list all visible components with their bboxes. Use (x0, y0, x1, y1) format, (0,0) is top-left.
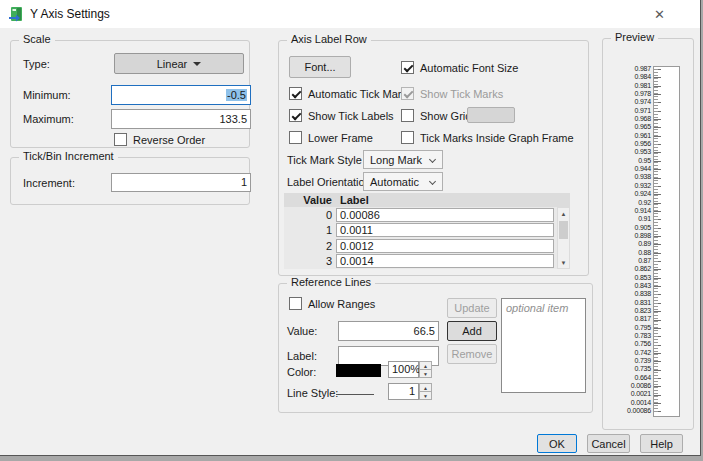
table-header-value: Value (284, 193, 336, 207)
lower-frame-label: Lower Frame (308, 132, 373, 144)
lower-frame-checkbox[interactable]: Lower Frame (289, 131, 373, 144)
minimum-label: Minimum: (23, 89, 71, 101)
show-tick-labels-label: Show Tick Labels (308, 110, 394, 122)
preview-tick-label: 0.968 (605, 115, 651, 123)
preview-tick-label: 0.739 (605, 357, 651, 365)
allow-ranges-checkbox[interactable]: Allow Ranges (289, 297, 375, 310)
table-body: 0 0.00086 1 0.0011 2 0.0012 3 (284, 207, 570, 269)
dialog-y-axis-settings: Y Axis Settings ✕ Scale Type: Linear Min… (0, 0, 701, 456)
show-grid-checkbox[interactable]: Show Grid (401, 109, 471, 122)
spin-down-icon[interactable]: ▼ (419, 369, 432, 378)
preview-tick-label: 0.978 (605, 90, 651, 98)
grid-style-button[interactable] (467, 107, 515, 123)
preview-tick-label: 0.795 (605, 324, 651, 332)
remove-button[interactable]: Remove (447, 344, 497, 364)
preview-tick-label: 0.843 (605, 282, 651, 290)
maximum-field[interactable]: 133.5 (111, 109, 251, 129)
ref-value-label: Value: (287, 325, 317, 337)
table-header-label: Label (336, 193, 369, 207)
tick-bin-group: Tick/Bin Increment Increment: 1 (10, 157, 250, 205)
scroll-up-icon[interactable]: ▲ (558, 208, 569, 219)
color-swatch[interactable] (336, 364, 381, 377)
checkbox-box (401, 87, 414, 100)
preview-tick-label: 0.87 (605, 257, 651, 265)
preview-tick-label: 0.981 (605, 82, 651, 90)
label-orientation-combo[interactable]: Automatic (363, 172, 443, 191)
table-scrollbar[interactable]: ▲ ▼ (557, 207, 570, 269)
checkbox-box (401, 131, 414, 144)
preview-tick-label: 0.987 (605, 65, 651, 73)
preview-axis-box (653, 66, 680, 417)
title-bar: Y Axis Settings ✕ (0, 0, 700, 28)
reference-lines-group: Reference Lines Allow Ranges Value: 66.5… (278, 283, 593, 413)
table-cell-label-input[interactable]: 0.0012 (336, 239, 554, 253)
preview-tick-label: 0.944 (605, 165, 651, 173)
preview-tick-label: 0.88 (605, 249, 651, 257)
automatic-tick-marks-checkbox[interactable]: Automatic Tick Marks (289, 87, 413, 100)
preview-tick-label: 0.898 (605, 232, 651, 240)
line-style-label: Line Style: (287, 387, 338, 399)
preview-tick-label: 0.823 (605, 307, 651, 315)
checkbox-box (401, 61, 414, 74)
close-icon[interactable]: ✕ (637, 0, 682, 28)
preview-group: Preview 0.987 0.984 0.981 0.978 0.974 0.… (602, 38, 694, 430)
tick-mark-style-combo[interactable]: Long Mark (363, 150, 443, 169)
show-tick-labels-checkbox[interactable]: Show Tick Labels (289, 109, 394, 122)
automatic-tick-marks-label: Automatic Tick Marks (308, 88, 413, 100)
font-button[interactable]: Font... (289, 56, 351, 78)
preview-tick-label: 0.953 (605, 148, 651, 156)
reference-lines-list[interactable]: optional item (501, 298, 586, 393)
preview-tick-label: 0.853 (605, 274, 651, 282)
ref-label-label: Label: (287, 350, 317, 362)
minimum-field[interactable]: -0.5 (111, 85, 251, 105)
preview-tick-labels: 0.987 0.984 0.981 0.978 0.974 0.971 0.96… (605, 65, 651, 415)
minor-ticks (654, 69, 658, 414)
preview-tick-label: 0.95 (605, 157, 651, 165)
ok-button[interactable]: OK (537, 434, 577, 453)
preview-tick-label: 0.965 (605, 123, 651, 131)
line-style-sample[interactable] (336, 394, 374, 395)
cancel-button[interactable]: Cancel (587, 434, 630, 453)
tick-marks-inside-checkbox[interactable]: Tick Marks Inside Graph Frame (401, 131, 574, 144)
preview-tick-label: 0.756 (605, 340, 651, 348)
table-cell-value: 1 (284, 224, 336, 236)
reverse-order-checkbox[interactable]: Reverse Order (114, 133, 205, 146)
scrollbar-thumb[interactable] (559, 221, 568, 239)
scale-type-value: Linear (157, 58, 188, 70)
table-cell-label-input[interactable]: 0.0014 (336, 254, 554, 268)
automatic-font-size-label: Automatic Font Size (420, 62, 518, 74)
table-row: 2 0.0012 (284, 238, 570, 254)
preview-tick-label: 0.00086 (605, 407, 651, 415)
preview-tick-label: 0.664 (605, 374, 651, 382)
help-button[interactable]: Help (640, 434, 683, 453)
preview-tick-label: 0.914 (605, 207, 651, 215)
preview-tick-label: 0.831 (605, 299, 651, 307)
preview-tick-label: 0.783 (605, 332, 651, 340)
add-button[interactable]: Add (447, 321, 497, 341)
minimum-value: -0.5 (226, 89, 247, 101)
preview-tick-label: 0.956 (605, 140, 651, 148)
ref-color-label: Color: (287, 366, 316, 378)
preview-tick-label: 0.932 (605, 182, 651, 190)
ref-value-field[interactable]: 66.5 (338, 321, 439, 341)
opacity-spinbox[interactable]: 100% (388, 361, 419, 378)
checkbox-box (289, 109, 302, 122)
scroll-down-icon[interactable]: ▼ (558, 257, 569, 268)
increment-field[interactable]: 1 (111, 173, 251, 192)
automatic-font-size-checkbox[interactable]: Automatic Font Size (401, 61, 518, 74)
line-width-spinbox[interactable]: 1 (388, 383, 419, 400)
update-button[interactable]: Update (447, 298, 497, 318)
axis-label-row-title: Axis Label Row (287, 33, 371, 45)
spin-down-icon[interactable]: ▼ (419, 391, 432, 400)
tick-label-table: Value Label 0 0.00086 1 0.0011 (284, 193, 570, 269)
preview-tick-label: 0.862 (605, 265, 651, 273)
table-row: 3 0.0014 (284, 254, 570, 270)
preview-tick-label: 0.838 (605, 290, 651, 298)
table-row: 1 0.0011 (284, 223, 570, 239)
scale-type-dropdown[interactable]: Linear (114, 53, 244, 74)
preview-tick-label: 0.0014 (605, 399, 651, 407)
window-title: Y Axis Settings (30, 7, 110, 21)
tick-mark-style-label: Tick Mark Style (287, 154, 362, 166)
table-cell-label-input[interactable]: 0.0011 (336, 223, 554, 237)
table-cell-label-input[interactable]: 0.00086 (336, 208, 554, 222)
